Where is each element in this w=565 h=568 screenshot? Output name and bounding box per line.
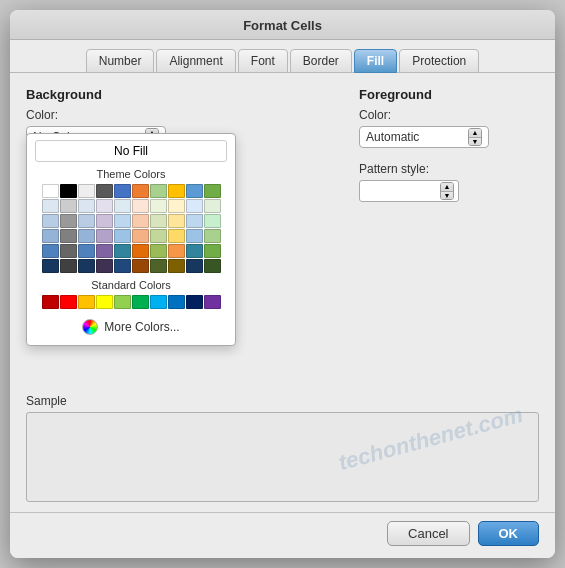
standard-color-swatch[interactable] [150, 295, 167, 309]
pattern-stepper[interactable]: ▲ ▼ [440, 182, 454, 200]
theme-color-swatch[interactable] [168, 244, 185, 258]
theme-color-swatch[interactable] [114, 184, 131, 198]
theme-color-swatch[interactable] [132, 259, 149, 273]
theme-color-swatch[interactable] [78, 214, 95, 228]
theme-color-swatch[interactable] [60, 229, 77, 243]
ps-stepper-down[interactable]: ▼ [441, 192, 453, 200]
standard-colors-title: Standard Colors [35, 279, 227, 291]
theme-color-swatch[interactable] [168, 259, 185, 273]
dialog-content: Background Color: No Color ▲ ▼ No Fill T… [10, 73, 555, 512]
theme-color-swatch[interactable] [150, 244, 167, 258]
theme-color-swatch[interactable] [96, 214, 113, 228]
theme-color-swatch[interactable] [186, 244, 203, 258]
sample-label: Sample [26, 394, 539, 408]
theme-color-swatch[interactable] [186, 229, 203, 243]
standard-color-swatch[interactable] [168, 295, 185, 309]
more-colors-button[interactable]: More Colors... [35, 315, 227, 339]
tab-protection[interactable]: Protection [399, 49, 479, 73]
theme-color-swatch[interactable] [150, 259, 167, 273]
tab-fill[interactable]: Fill [354, 49, 397, 73]
no-fill-button[interactable]: No Fill [35, 140, 227, 162]
standard-color-swatch[interactable] [42, 295, 59, 309]
theme-color-swatch[interactable] [60, 259, 77, 273]
theme-color-swatch[interactable] [204, 214, 221, 228]
theme-colors-title: Theme Colors [35, 168, 227, 180]
ps-stepper-up[interactable]: ▲ [441, 183, 453, 192]
standard-color-swatch[interactable] [78, 295, 95, 309]
dialog-title: Format Cells [10, 10, 555, 40]
theme-color-swatch[interactable] [78, 199, 95, 213]
more-colors-label: More Colors... [104, 320, 179, 334]
theme-color-swatch[interactable] [42, 184, 59, 198]
theme-color-swatch[interactable] [114, 259, 131, 273]
theme-color-swatch[interactable] [168, 214, 185, 228]
theme-color-swatch[interactable] [150, 214, 167, 228]
standard-color-swatch[interactable] [60, 295, 77, 309]
standard-color-swatch[interactable] [186, 295, 203, 309]
tab-bar: Number Alignment Font Border Fill Protec… [10, 40, 555, 73]
theme-color-swatch[interactable] [132, 244, 149, 258]
theme-color-swatch[interactable] [78, 259, 95, 273]
theme-color-swatch[interactable] [114, 229, 131, 243]
theme-color-swatch[interactable] [78, 184, 95, 198]
theme-color-swatch[interactable] [168, 229, 185, 243]
theme-color-swatch[interactable] [96, 229, 113, 243]
theme-color-swatch[interactable] [150, 199, 167, 213]
tab-border[interactable]: Border [290, 49, 352, 73]
fg-stepper-up[interactable]: ▲ [469, 129, 481, 138]
theme-color-swatch[interactable] [204, 229, 221, 243]
standard-color-swatch[interactable] [114, 295, 131, 309]
tab-font[interactable]: Font [238, 49, 288, 73]
theme-color-swatch[interactable] [186, 214, 203, 228]
theme-color-swatch[interactable] [114, 244, 131, 258]
theme-color-swatch[interactable] [150, 229, 167, 243]
theme-color-swatch[interactable] [186, 184, 203, 198]
standard-color-swatch[interactable] [132, 295, 149, 309]
theme-color-swatch[interactable] [96, 184, 113, 198]
theme-color-swatch[interactable] [78, 229, 95, 243]
theme-color-swatch[interactable] [132, 199, 149, 213]
theme-color-swatch[interactable] [42, 229, 59, 243]
theme-color-swatch[interactable] [60, 184, 77, 198]
standard-color-swatch[interactable] [204, 295, 221, 309]
standard-color-swatch[interactable] [96, 295, 113, 309]
theme-color-swatch[interactable] [60, 214, 77, 228]
foreground-color-select[interactable]: Automatic ▲ ▼ [359, 126, 489, 148]
theme-color-swatch[interactable] [42, 199, 59, 213]
theme-color-swatch[interactable] [168, 184, 185, 198]
theme-color-swatch[interactable] [186, 259, 203, 273]
theme-color-swatch[interactable] [186, 199, 203, 213]
theme-color-swatch[interactable] [168, 199, 185, 213]
theme-color-swatch[interactable] [96, 244, 113, 258]
standard-colors-grid [35, 295, 227, 309]
cancel-button[interactable]: Cancel [387, 521, 469, 546]
theme-color-swatch[interactable] [150, 184, 167, 198]
pattern-style-select[interactable]: ▲ ▼ [359, 180, 459, 202]
foreground-color-stepper[interactable]: ▲ ▼ [468, 128, 482, 146]
theme-color-swatch[interactable] [78, 244, 95, 258]
tab-number[interactable]: Number [86, 49, 155, 73]
theme-color-swatch[interactable] [204, 199, 221, 213]
tab-alignment[interactable]: Alignment [156, 49, 235, 73]
fg-stepper-down[interactable]: ▼ [469, 138, 481, 146]
theme-color-swatch[interactable] [132, 214, 149, 228]
theme-color-swatch[interactable] [132, 184, 149, 198]
theme-color-swatch[interactable] [96, 259, 113, 273]
theme-color-swatch[interactable] [132, 229, 149, 243]
ok-button[interactable]: OK [478, 521, 540, 546]
theme-color-swatch[interactable] [114, 199, 131, 213]
sample-section: Sample [26, 394, 539, 502]
theme-color-swatch[interactable] [42, 259, 59, 273]
foreground-panel: Foreground Color: Automatic ▲ ▼ Pattern … [359, 87, 539, 384]
theme-color-swatch[interactable] [60, 244, 77, 258]
theme-color-swatch[interactable] [204, 244, 221, 258]
theme-color-swatch[interactable] [42, 244, 59, 258]
theme-color-swatch[interactable] [204, 184, 221, 198]
theme-color-swatch[interactable] [204, 259, 221, 273]
theme-color-swatch[interactable] [96, 199, 113, 213]
theme-color-swatch[interactable] [60, 199, 77, 213]
foreground-title: Foreground [359, 87, 539, 102]
foreground-color-label: Color: [359, 108, 539, 122]
theme-color-swatch[interactable] [42, 214, 59, 228]
theme-color-swatch[interactable] [114, 214, 131, 228]
